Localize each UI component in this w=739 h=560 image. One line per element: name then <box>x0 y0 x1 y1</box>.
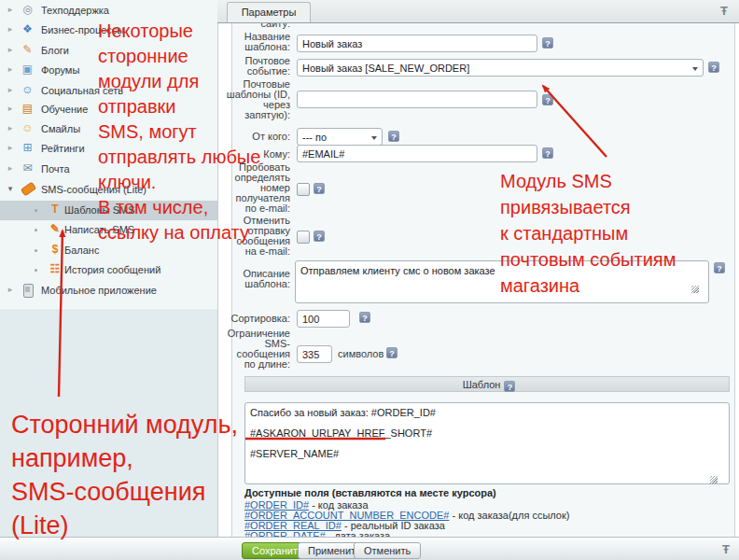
cancel-email-checkbox[interactable] <box>297 231 310 244</box>
chevron-right-icon[interactable]: ▸ <box>6 45 15 54</box>
sidebar-item-label: Форумы <box>41 64 79 76</box>
help-icon[interactable]: ? <box>359 312 370 323</box>
tab-bar: Параметры Ŧ <box>217 0 739 23</box>
template-name-input[interactable] <box>297 35 537 52</box>
chevron-right-icon[interactable]: ▸ <box>6 123 15 133</box>
chevron-down-icon <box>692 67 698 71</box>
chevron-right-icon[interactable]: ▸ <box>6 163 15 173</box>
annotation-third-party-module: Сторонний модуль, например, SMS-сообщени… <box>11 408 238 542</box>
detect-number-checkbox[interactable] <box>297 183 310 196</box>
chevron-right-icon[interactable]: ▸ <box>6 5 15 14</box>
pin-icon[interactable]: Ŧ <box>720 4 728 18</box>
sort-label: Сортировка: <box>223 314 290 324</box>
chevron-right-icon[interactable]: ▸ <box>6 64 15 74</box>
cancel-button[interactable]: Отменить <box>354 542 421 559</box>
help-icon[interactable]: ? <box>314 231 325 242</box>
template-section-header: Шаблон? <box>244 376 730 392</box>
sidebar-item-label: История сообщений <box>64 264 160 275</box>
description-label: Описание шаблона: <box>223 269 290 289</box>
help-icon[interactable]: ? <box>504 381 515 392</box>
sidebar-item-label: Рейтинги <box>41 143 85 154</box>
template-section-title: Шаблон <box>463 379 501 390</box>
mail-icon: ✉ <box>21 161 35 175</box>
chevron-down-icon[interactable]: ▾ <box>6 184 15 193</box>
pin-icon[interactable]: Ŧ <box>722 542 730 556</box>
bullet-icon <box>35 209 37 212</box>
bullet-icon <box>35 269 37 272</box>
annotation-third-party-keys: Некоторые сторонние модули для отправки … <box>98 19 260 245</box>
forums-icon: ▣ <box>21 63 35 77</box>
resize-grip-icon[interactable] <box>710 476 718 483</box>
sidebar-item-mobile-app[interactable]: ▸ Мобильное приложение <box>0 281 217 301</box>
field-desc: - код заказа(для ссылок) <box>453 510 570 521</box>
ratings-icon: ⊞ <box>21 141 35 155</box>
sidebar-item-label: Почта <box>41 163 70 175</box>
help-icon[interactable]: ? <box>542 37 553 49</box>
help-icon[interactable]: ? <box>388 131 399 142</box>
annotation-mail-events: Модуль SMS привязывается к стандартным п… <box>500 168 739 299</box>
smileys-icon: ☺ <box>21 121 35 135</box>
sms-templates-icon: T <box>49 203 62 217</box>
from-select[interactable]: --- по умолчанию --- <box>297 128 383 146</box>
learning-icon: ▤ <box>21 102 35 116</box>
sidebar-item-support[interactable]: ▸ ◎ Техподдержка <box>0 1 217 21</box>
help-icon[interactable]: ? <box>314 183 325 194</box>
mail-templates-input[interactable] <box>297 91 537 108</box>
blogs-icon: ✎ <box>21 43 35 57</box>
sidebar-item-label: Блоги <box>41 45 69 56</box>
sort-input[interactable] <box>297 310 350 328</box>
sidebar-item-label: Мобильное приложение <box>41 285 157 296</box>
limit-suffix: символов <box>338 348 383 359</box>
to-input[interactable] <box>297 145 537 162</box>
bullet-icon <box>35 229 37 231</box>
limit-input[interactable] <box>297 345 332 363</box>
sidebar-item-label: Баланс <box>64 245 99 256</box>
help-icon[interactable]: ? <box>542 147 553 159</box>
page: ▸ ◎ Техподдержка ▸ ❖ Бизнес-процессы ▸ ✎… <box>0 0 739 560</box>
sidebar-item-label: Обучение <box>41 104 88 115</box>
sms-module-icon <box>21 182 36 197</box>
mobile-app-icon <box>23 284 34 298</box>
chevron-right-icon[interactable]: ▸ <box>6 24 15 34</box>
sidebar-item-message-history[interactable]: ☷ История сообщений <box>0 260 217 280</box>
mail-event-value: Новый заказ [SALE_NEW_ORDER] <box>302 63 469 74</box>
mail-event-select[interactable]: Новый заказ [SALE_NEW_ORDER] <box>297 59 704 77</box>
help-icon[interactable]: ? <box>386 347 397 358</box>
available-fields-title: Доступные поля (вставляются на месте кур… <box>244 487 496 498</box>
help-icon[interactable]: ? <box>542 94 553 105</box>
chevron-right-icon[interactable]: ▸ <box>6 285 15 294</box>
sidebar-item-label: Техподдержка <box>41 5 109 16</box>
write-sms-icon: ✎ <box>49 222 62 236</box>
bullet-icon <box>35 249 37 252</box>
support-icon: ◎ <box>21 3 35 17</box>
chevron-right-icon[interactable]: ▸ <box>6 104 15 113</box>
message-history-icon: ☷ <box>49 262 62 276</box>
sidebar-item-label: Смайлы <box>41 123 80 134</box>
business-processes-icon: ❖ <box>21 22 35 36</box>
chevron-right-icon[interactable]: ▸ <box>6 85 15 94</box>
help-icon[interactable]: ? <box>708 62 719 73</box>
chevron-down-icon <box>371 136 377 140</box>
social-network-icon: ☺ <box>21 83 35 97</box>
template-textarea[interactable]: Спасибо за новый заказ: #ORDER_ID# #ASKA… <box>244 402 730 484</box>
balance-icon: $ <box>49 243 62 257</box>
chevron-right-icon[interactable]: ▸ <box>6 143 15 152</box>
limit-label: Ограничение SMS-сообщения по длине: <box>223 329 290 370</box>
